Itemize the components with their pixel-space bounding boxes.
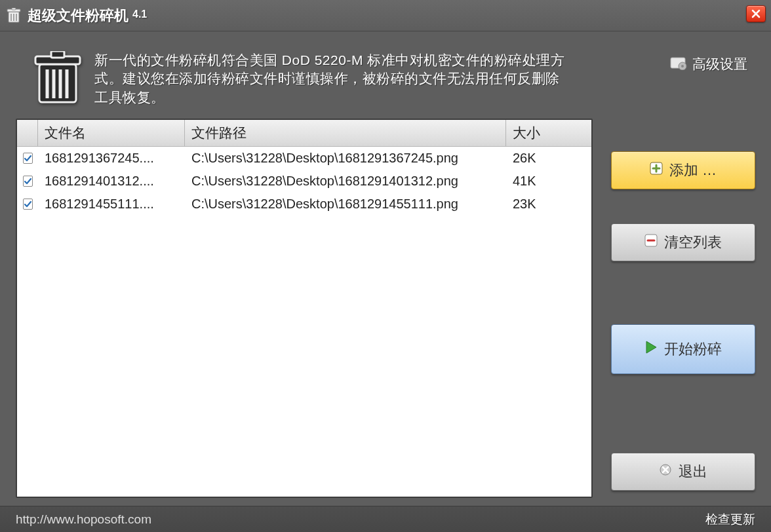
col-size-header[interactable]: 大小	[506, 120, 591, 146]
row-filename: 1681291367245....	[38, 149, 185, 167]
clear-button[interactable]: 清空列表	[611, 223, 755, 261]
svg-rect-2	[12, 8, 16, 10]
file-list-panel: 文件名 文件路径 大小 1681291367245....C:\Users\31…	[16, 119, 593, 498]
add-button-label: 添加 …	[669, 161, 717, 180]
settings-icon	[670, 56, 687, 73]
row-filesize: 41K	[506, 172, 591, 190]
col-name-header[interactable]: 文件名	[38, 120, 185, 146]
titlebar: 超级文件粉碎机 4.1	[0, 0, 771, 31]
app-title: 超级文件粉碎机	[28, 6, 128, 26]
footer: http://www.hoposoft.com 检查更新	[0, 506, 771, 532]
cancel-icon	[659, 463, 672, 480]
col-check-header	[17, 120, 38, 146]
row-filepath: C:\Users\31228\Desktop\1681291401312.png	[185, 172, 506, 190]
advanced-settings-label: 高级设置	[692, 55, 747, 73]
close-button[interactable]	[746, 5, 766, 22]
minus-icon	[644, 234, 658, 251]
table-row[interactable]: 1681291455111....C:\Users\31228\Desktop\…	[17, 193, 591, 216]
clear-button-label: 清空列表	[664, 233, 722, 252]
row-filename: 1681291401312....	[38, 172, 185, 190]
app-window: 超级文件粉碎机 4.1 新一代的文件粉碎机符合美国 DoD 52	[0, 0, 771, 532]
exit-button[interactable]: 退出	[611, 453, 755, 491]
plus-icon	[650, 162, 663, 179]
exit-button-label: 退出	[679, 462, 707, 482]
trash-icon	[7, 8, 21, 24]
row-filesize: 23K	[506, 195, 591, 213]
body-area: 新一代的文件粉碎机符合美国 DoD 5220-M 标准中对机密文件的粉碎处理方式…	[0, 31, 771, 506]
row-filepath: C:\Users\31228\Desktop\1681291455111.png	[185, 195, 506, 213]
file-list-header: 文件名 文件路径 大小	[17, 120, 591, 147]
start-button-label: 开始粉碎	[664, 339, 722, 359]
row-filepath: C:\Users\31228\Desktop\1681291367245.png	[185, 149, 506, 167]
table-row[interactable]: 1681291367245....C:\Users\31228\Desktop\…	[17, 147, 591, 170]
svg-point-15	[681, 65, 684, 67]
description-text: 新一代的文件粉碎机符合美国 DoD 5220-M 标准中对机密文件的粉碎处理方式…	[94, 51, 566, 107]
svg-rect-8	[51, 51, 64, 58]
row-checkbox[interactable]	[23, 153, 33, 164]
row-checkbox-cell	[17, 197, 38, 211]
row-filesize: 26K	[506, 149, 591, 167]
advanced-settings-link[interactable]: 高级设置	[670, 51, 747, 73]
table-row[interactable]: 1681291401312....C:\Users\31228\Desktop\…	[17, 170, 591, 193]
play-icon	[644, 340, 658, 358]
app-version: 4.1	[132, 9, 147, 20]
svg-rect-6	[39, 64, 76, 102]
file-list-body[interactable]: 1681291367245....C:\Users\31228\Desktop\…	[17, 147, 591, 497]
trash-large-icon	[34, 51, 81, 105]
row-filename: 1681291455111....	[38, 195, 185, 213]
add-button[interactable]: 添加 …	[611, 151, 755, 189]
start-button[interactable]: 开始粉碎	[611, 324, 755, 374]
row-checkbox[interactable]	[23, 176, 33, 187]
row-checkbox[interactable]	[23, 199, 33, 210]
footer-url-link[interactable]: http://www.hoposoft.com	[16, 512, 151, 527]
content-row: 文件名 文件路径 大小 1681291367245....C:\Users\31…	[16, 119, 755, 498]
header-row: 新一代的文件粉碎机符合美国 DoD 5220-M 标准中对机密文件的粉碎处理方式…	[16, 51, 755, 119]
col-path-header[interactable]: 文件路径	[185, 120, 506, 146]
side-buttons: 添加 … 清空列表	[611, 119, 755, 498]
row-checkbox-cell	[17, 151, 38, 165]
check-update-link[interactable]: 检查更新	[705, 511, 755, 528]
row-checkbox-cell	[17, 174, 38, 188]
